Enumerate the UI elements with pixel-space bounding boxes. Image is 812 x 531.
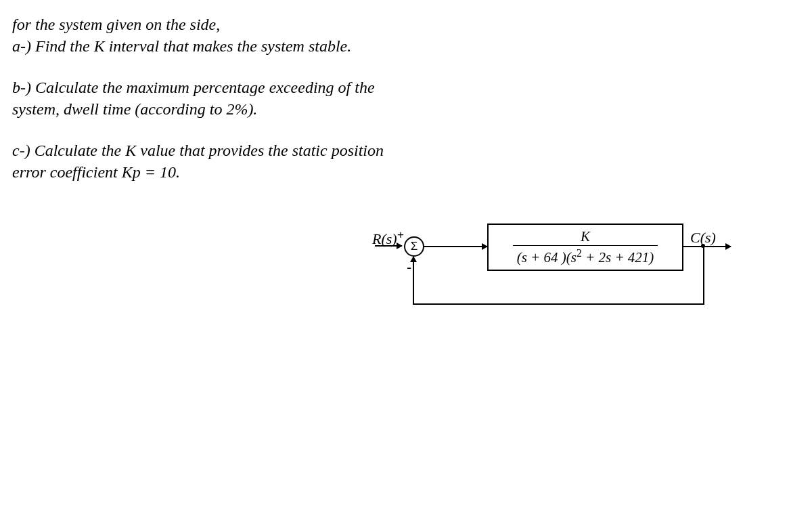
plus-sign: + <box>397 228 404 242</box>
transfer-function-block: K (s + 64 )(s2 + 2s + 421) <box>487 224 683 271</box>
part-c-line1: c-) Calculate the K value that provides … <box>12 142 384 159</box>
part-b-line1: b-) Calculate the maximum percentage exc… <box>12 79 375 96</box>
tf-numerator: K <box>513 228 658 245</box>
input-arrow <box>375 245 402 247</box>
part-c-line2: error coefficient Kp = 10. <box>12 163 180 181</box>
intro-and-part-a: for the system given on the side, a-) Fi… <box>12 14 800 58</box>
tf-denominator: (s + 64 )(s2 + 2s + 421) <box>513 245 658 266</box>
part-c: c-) Calculate the K value that provides … <box>12 140 800 184</box>
block-diagram: R(s) + Σ - K (s + 64 )(s2 + 2s + 421) C(… <box>372 224 751 318</box>
feedback-up-arrow <box>413 257 414 305</box>
intro-line: for the system given on the side, <box>12 16 220 33</box>
summing-junction: Σ <box>404 236 424 257</box>
transfer-function-fraction: K (s + 64 )(s2 + 2s + 421) <box>513 228 658 266</box>
part-b: b-) Calculate the maximum percentage exc… <box>12 77 800 121</box>
sigma-symbol: Σ <box>411 240 418 253</box>
problem-statement: for the system given on the side, a-) Fi… <box>12 14 800 183</box>
part-a-line: a-) Find the K interval that makes the s… <box>12 37 351 55</box>
feedback-down-line <box>703 246 704 305</box>
part-b-line2: system, dwell time (according to 2%). <box>12 100 257 118</box>
forward-line <box>424 246 487 247</box>
feedback-horizontal-line <box>413 303 704 305</box>
